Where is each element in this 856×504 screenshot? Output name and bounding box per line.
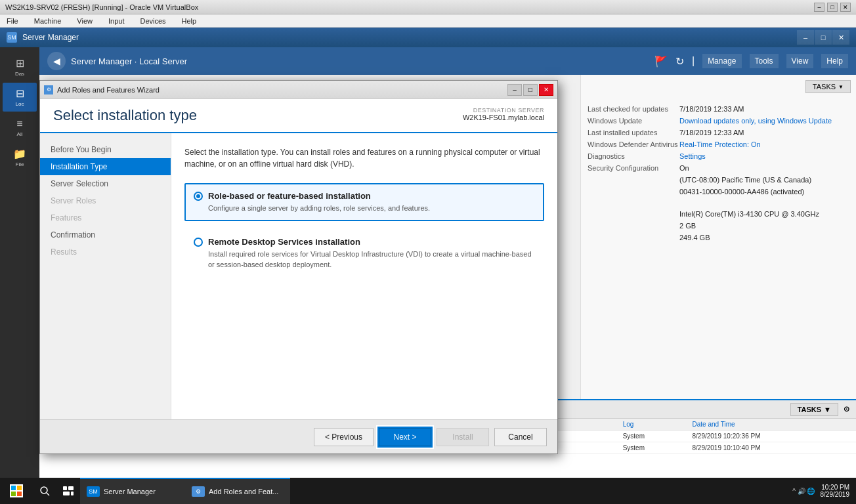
nav-before-you-begin[interactable]: Before You Begin <box>40 141 171 158</box>
events-tasks-btn[interactable]: TASKS ▼ <box>790 403 838 416</box>
radio-role-based[interactable] <box>194 192 203 201</box>
menu-file[interactable]: File <box>3 16 22 26</box>
help-btn[interactable]: Help <box>821 54 848 68</box>
previous-button[interactable]: < Previous <box>314 428 374 446</box>
col-date[interactable]: Date and Time <box>687 419 857 430</box>
refresh-icon[interactable]: ↻ <box>675 55 684 68</box>
task-view-btn[interactable] <box>56 478 80 504</box>
search-button[interactable] <box>33 478 56 504</box>
dialog-close-btn[interactable]: ✕ <box>539 84 553 96</box>
vbox-close-btn[interactable]: ✕ <box>840 3 851 12</box>
nav-server-selection[interactable]: Server Selection <box>40 175 171 192</box>
prop-value-wu[interactable]: Download updates only, using Windows Upd… <box>679 117 849 125</box>
dialog-titlebar-controls[interactable]: – □ ✕ <box>507 84 553 96</box>
flag-icon[interactable]: | <box>692 55 695 67</box>
prop-row-cpu: Intel(R) Core(TM) i3-4130 CPU @ 3.40GHz <box>588 210 849 218</box>
events-controls: TASKS ▼ ⊙ <box>790 403 849 416</box>
vbox-minimize-btn[interactable]: – <box>814 3 824 12</box>
taskbar-server-manager[interactable]: SM Server Manager <box>80 478 185 504</box>
prop-value-cpu: Intel(R) Core(TM) i3-4130 CPU @ 3.40GHz <box>679 210 849 218</box>
col-log[interactable]: Log <box>618 419 687 430</box>
radio-desc-role-based: Configure a single server by adding role… <box>208 203 535 213</box>
prop-label-pid <box>588 188 679 196</box>
nav-label-results: Results <box>51 247 77 257</box>
radio-label-remote-desktop: Remote Desktop Services installation <box>208 237 360 247</box>
nav-label-confirmation: Confirmation <box>51 230 95 240</box>
sm-close-btn[interactable]: ✕ <box>832 30 849 45</box>
prop-label-lastinstall: Last installed updates <box>588 129 679 136</box>
sm-header-right: 🚩 ↻ | Manage Tools View Help <box>654 54 848 68</box>
tools-btn[interactable]: Tools <box>750 54 779 68</box>
tray-time: 10:20 PM <box>821 484 850 491</box>
windows-logo-icon <box>10 484 23 497</box>
dialog-right-panel: Select the installation type. You can in… <box>171 133 557 419</box>
sm-title-controls[interactable]: – □ ✕ <box>797 30 849 45</box>
tray-clock: 10:20 PM 8/29/2019 <box>821 484 850 498</box>
prop-row-updates: Last checked for updates 7/18/2019 12:33… <box>588 105 849 113</box>
prop-value-updates: 7/18/2019 12:33 AM <box>679 105 849 113</box>
prop-row-pid: 00431-10000-00000-AA486 (activated) <box>588 188 849 196</box>
sm-titlebar: SM Server Manager – □ ✕ <box>0 28 856 47</box>
manage-btn[interactable]: Manage <box>702 54 741 68</box>
tasks-bar: TASKS ▼ <box>805 80 851 93</box>
events-expand-icon[interactable]: ⊙ <box>844 405 849 413</box>
vbox-title: WS2K19-SRV02 (FRESH) [Running] - Oracle … <box>5 3 198 11</box>
prop-label-defender: Windows Defender Antivirus <box>588 140 679 148</box>
svg-rect-2 <box>63 486 67 490</box>
sm-minimize-btn[interactable]: – <box>797 30 814 45</box>
sm-maximize-btn[interactable]: □ <box>815 30 832 45</box>
nav-installation-type[interactable]: Installation Type <box>40 158 171 175</box>
menu-view[interactable]: View <box>73 16 96 26</box>
sidebar-item-all[interactable]: ≡ All <box>3 113 37 142</box>
start-button[interactable] <box>0 478 33 504</box>
view-btn[interactable]: View <box>786 54 814 68</box>
prop-value-security: On <box>679 164 849 172</box>
prop-label-wu: Windows Update <box>588 117 679 125</box>
sm-back-btn[interactable]: ◀ <box>47 52 66 70</box>
next-button[interactable]: Next > <box>379 428 431 446</box>
properties-list: Last checked for updates 7/18/2019 12:33… <box>588 105 849 242</box>
prop-label-diag: Diagnostics <box>588 152 679 160</box>
dialog-minimize-btn[interactable]: – <box>507 84 522 96</box>
option-role-based[interactable]: Role-based or feature-based installation… <box>184 183 544 221</box>
tasks-btn[interactable]: TASKS ▼ <box>805 80 851 93</box>
radio-remote-desktop[interactable] <box>194 238 203 247</box>
system-tray: ^ 🔊 🌐 10:20 PM 8/29/2019 <box>786 484 856 498</box>
taskbar-add-roles[interactable]: ⚙ Add Roles and Feat... <box>185 478 290 504</box>
event-date-2: 8/29/2019 10:10:40 PM <box>687 442 857 454</box>
nav-label-before-you-begin: Before You Begin <box>51 145 112 154</box>
dialog-title-text: Add Roles and Features Wizard <box>57 86 160 94</box>
tasks-chevron-icon: ▼ <box>838 84 844 90</box>
nav-label-server-roles: Server Roles <box>51 196 96 205</box>
sidebar-item-local[interactable]: ⊟ Loc <box>3 83 37 112</box>
menu-machine[interactable]: Machine <box>30 16 66 26</box>
prop-value-diag[interactable]: Settings <box>679 152 849 160</box>
sidebar-item-file[interactable]: 📁 File <box>3 143 37 172</box>
nav-server-roles: Server Roles <box>40 192 171 209</box>
add-roles-dialog[interactable]: ⚙ Add Roles and Features Wizard – □ ✕ Se… <box>39 80 558 454</box>
menu-input[interactable]: Input <box>104 16 128 26</box>
sidebar-item-dashboard[interactable]: ⊞ Das <box>3 52 37 81</box>
taskbar-add-roles-label: Add Roles and Feat... <box>209 488 278 495</box>
dialog-destination: DESTINATION SERVER W2K19-FS01.mylab.loca… <box>463 107 544 121</box>
menu-devices[interactable]: Devices <box>136 16 169 26</box>
sidebar-label-file: File <box>16 161 24 167</box>
notifications-icon[interactable]: 🚩 <box>654 55 668 68</box>
taskbar: SM Server Manager ⚙ Add Roles and Feat..… <box>0 478 856 504</box>
cancel-button[interactable]: Cancel <box>494 428 547 446</box>
menu-help[interactable]: Help <box>178 16 201 26</box>
option-remote-desktop[interactable]: Remote Desktop Services installation Ins… <box>184 229 544 278</box>
sidebar-label-local: Loc <box>16 101 24 107</box>
vbox-restore-btn[interactable]: □ <box>827 3 838 12</box>
sm-nav: ◀ Server Manager · Local Server <box>47 52 187 70</box>
sm-icon: SM <box>7 32 17 43</box>
sm-sidebar: ⊞ Das ⊟ Loc ≡ All 📁 File <box>0 47 39 478</box>
prop-value-defender[interactable]: Real-Time Protection: On <box>679 140 849 148</box>
vbox-controls[interactable]: – □ ✕ <box>814 3 851 12</box>
destination-label: DESTINATION SERVER <box>463 107 544 114</box>
sidebar-label-dashboard: Das <box>15 71 24 77</box>
dialog-restore-btn[interactable]: □ <box>523 84 538 96</box>
nav-confirmation[interactable]: Confirmation <box>40 226 171 243</box>
install-button: Install <box>437 428 489 446</box>
tasks-label: TASKS <box>813 83 836 91</box>
